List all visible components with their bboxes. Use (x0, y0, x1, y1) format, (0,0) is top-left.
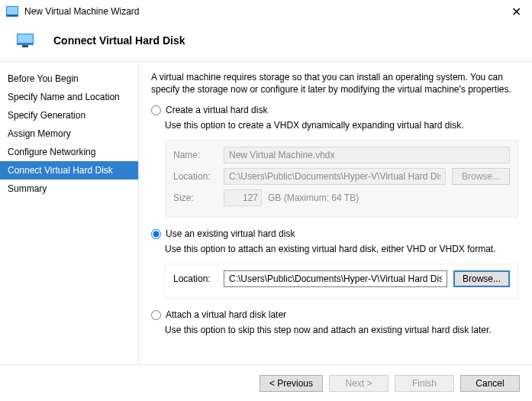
cancel-button[interactable]: Cancel (460, 375, 520, 392)
option-create-vhd[interactable]: Create a virtual hard disk (151, 105, 518, 115)
browse-button-existing[interactable]: Browse... (453, 270, 510, 287)
option-create-desc: Use this option to create a VHDX dynamic… (165, 120, 518, 131)
size-label: Size: (173, 192, 218, 203)
radio-later[interactable] (151, 310, 161, 320)
step-configure-networking[interactable]: Configure Networking (0, 143, 138, 161)
option-attach-later[interactable]: Attach a virtual hard disk later (151, 309, 518, 320)
titlebar: New Virtual Machine Wizard ✕ (0, 0, 532, 23)
svg-rect-2 (7, 15, 18, 16)
size-suffix: GB (Maximum: 64 TB) (268, 192, 359, 203)
vhd-size-input (224, 189, 262, 206)
app-icon (6, 6, 18, 17)
radio-existing[interactable] (151, 229, 161, 239)
vhd-name-input (224, 147, 510, 163)
step-before-you-begin[interactable]: Before You Begin (0, 70, 138, 88)
step-summary[interactable]: Summary (0, 179, 138, 198)
main-panel: A virtual machine requires storage so th… (139, 62, 532, 398)
radio-create[interactable] (151, 105, 161, 115)
option-later-label: Attach a virtual hard disk later (166, 309, 286, 320)
svg-rect-1 (7, 7, 18, 15)
browse-button-create: Browse... (452, 168, 510, 185)
window-title: New Virtual Machine Wizard (24, 6, 140, 17)
option-existing-label: Use an existing virtual hard disk (166, 228, 295, 239)
option-create-label: Create a virtual hard disk (166, 105, 267, 115)
vhd-location-input-create (224, 168, 446, 185)
svg-rect-4 (18, 34, 33, 43)
page-title: Connect Virtual Hard Disk (53, 34, 185, 47)
step-specify-name[interactable]: Specify Name and Location (0, 88, 138, 106)
previous-button[interactable]: < Previous (260, 375, 323, 392)
step-assign-memory[interactable]: Assign Memory (0, 125, 138, 143)
step-connect-vhd[interactable]: Connect Virtual Hard Disk (0, 161, 138, 179)
vhd-location-input-existing[interactable] (224, 270, 447, 287)
option-existing-vhd[interactable]: Use an existing virtual hard disk (151, 228, 518, 239)
wizard-footer: < Previous Next > Finish Cancel (0, 364, 532, 401)
wizard-steps: Before You Begin Specify Name and Locati… (0, 62, 139, 398)
location-label-existing: Location: (173, 273, 218, 284)
svg-rect-5 (22, 45, 28, 47)
next-button: Next > (329, 375, 389, 392)
finish-button: Finish (395, 375, 454, 392)
close-icon[interactable]: ✕ (507, 5, 526, 19)
option-existing-desc: Use this option to attach an existing vi… (165, 244, 518, 254)
monitor-icon (17, 34, 34, 47)
intro-text: A virtual machine requires storage so th… (151, 71, 518, 95)
option-later-desc: Use this option to skip this step now an… (165, 325, 518, 335)
step-specify-generation[interactable]: Specify Generation (0, 106, 138, 125)
existing-vhd-group: Location: Browse... (165, 264, 518, 299)
wizard-header: Connect Virtual Hard Disk (0, 23, 532, 62)
name-label: Name: (173, 150, 218, 160)
location-label-create: Location: (173, 171, 218, 182)
create-vhd-group: Name: Location: Browse... Size: GB (Maxi… (165, 140, 518, 218)
